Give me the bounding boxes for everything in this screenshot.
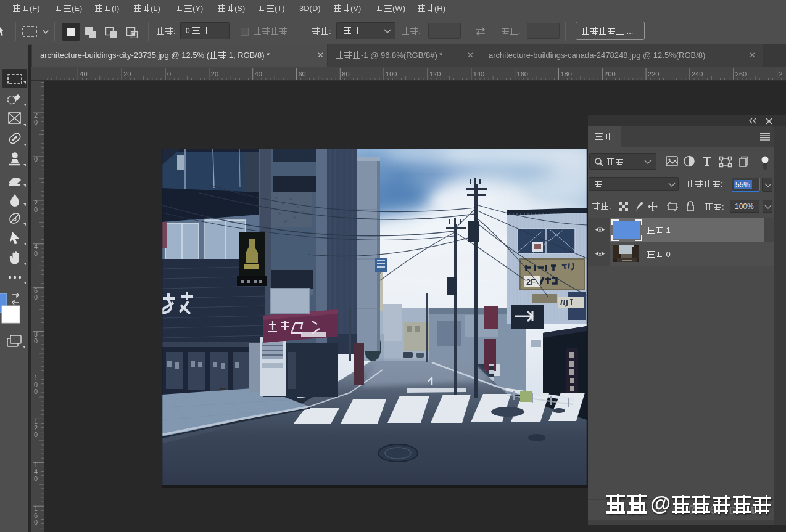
svg-text:180: 180 [561, 70, 572, 78]
svg-text:0: 0 [167, 70, 171, 78]
svg-text:20: 20 [211, 70, 218, 78]
svg-text:120: 120 [429, 70, 441, 78]
svg-text:260: 260 [735, 70, 747, 78]
svg-text:0: 0 [34, 293, 38, 301]
svg-text:100: 100 [386, 70, 397, 78]
svg-text:80: 80 [342, 70, 349, 78]
svg-text:220: 220 [648, 70, 659, 78]
svg-text:20: 20 [123, 70, 131, 78]
svg-text:60: 60 [299, 70, 306, 78]
svg-text:140: 140 [473, 70, 484, 78]
svg-text:0: 0 [34, 518, 38, 526]
svg-text:240: 240 [692, 70, 703, 78]
svg-text:2: 2 [779, 70, 783, 78]
svg-text:160: 160 [517, 70, 528, 78]
svg-text:0: 0 [34, 337, 38, 345]
svg-text:0: 0 [34, 475, 38, 482]
svg-text:40: 40 [80, 70, 87, 78]
svg-text:0: 0 [34, 250, 38, 257]
svg-text:0: 0 [34, 206, 38, 213]
svg-text:0: 0 [34, 388, 38, 395]
svg-text:0: 0 [34, 155, 38, 163]
svg-text:40: 40 [255, 70, 262, 78]
svg-text:0: 0 [34, 118, 38, 126]
svg-text:200: 200 [604, 70, 615, 78]
svg-text:0: 0 [34, 431, 38, 438]
